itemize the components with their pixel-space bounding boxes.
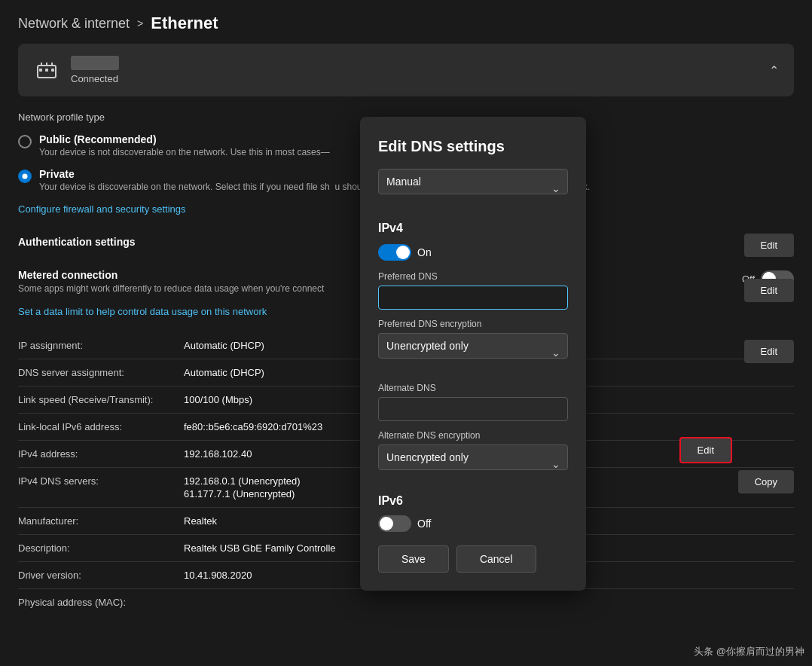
nav-parent[interactable]: Network & internet — [18, 16, 130, 32]
driver-label: Driver version: — [18, 570, 184, 581]
ipv4-toggle-thumb — [396, 246, 410, 259]
ipv4-label: IPv4 address: — [18, 448, 184, 460]
ip-edit-button[interactable]: Edit — [744, 279, 794, 302]
radio-private-circle[interactable] — [18, 170, 32, 183]
nav-current: Ethernet — [151, 14, 218, 33]
connection-card: Connected ⌃ — [18, 44, 794, 96]
ip-value: Automatic (DHCP) — [184, 340, 264, 351]
manufacturer-label: Manufacturer: — [18, 515, 184, 527]
connection-left: Connected — [33, 56, 119, 84]
alternate-dns-label: Alternate DNS — [378, 383, 568, 393]
dns-edit-button[interactable]: Edit — [744, 340, 794, 363]
copy-button-wrap: Copy — [738, 470, 794, 493]
dns-mode-select-wrap[interactable]: Manual Automatic ⌄ — [378, 169, 568, 208]
watermark: 头条 @你擦肩而过的男神 — [694, 645, 804, 658]
connection-status: Connected — [71, 73, 119, 84]
cancel-button[interactable]: Cancel — [456, 545, 536, 573]
manufacturer-value: Realtek — [184, 515, 217, 527]
nav-chevron: > — [137, 17, 143, 29]
page-header: Network & internet > Ethernet — [0, 0, 812, 44]
info-row-mac: Physical address (MAC): — [18, 589, 794, 616]
speed-value: 100/100 (Mbps) — [184, 394, 252, 405]
metered-title: Metered connection — [18, 269, 324, 281]
ipv6-toggle-label: Off — [417, 518, 431, 530]
action-buttons: Edit Edit — [744, 279, 794, 363]
radio-public-text: Public (Recommended) Your device is not … — [39, 133, 330, 157]
ipv4-toggle-label: On — [417, 246, 432, 258]
desc-value: Realtek USB GbE Family Controlle — [184, 542, 336, 554]
ip-label: IP assignment: — [18, 340, 184, 351]
collapse-button[interactable]: ⌃ — [769, 63, 779, 78]
ipv6-toggle[interactable] — [378, 515, 411, 532]
alt-dns-edit-highlighted[interactable]: Edit — [679, 437, 732, 463]
connection-info: Connected — [71, 56, 119, 84]
dns-value: Automatic (DHCP) — [184, 367, 264, 378]
connection-name — [71, 56, 119, 70]
ipv6-addr-value: fe80::b5e6:ca59:6920:d701%23 — [184, 421, 322, 432]
preferred-dns-label: Preferred DNS — [378, 271, 568, 282]
metered-section: Metered connection Some apps might work … — [18, 269, 324, 294]
ipv6-addr-label: Link-local IPv6 address: — [18, 421, 184, 432]
dns-servers-value: 192.168.0.1 (Unencrypted) 61.177.7.1 (Un… — [184, 475, 301, 500]
ethernet-icon — [33, 57, 60, 84]
speed-label: Link speed (Receive/Transmit): — [18, 394, 184, 405]
firewall-link[interactable]: Configure firewall and security settings — [18, 203, 186, 215]
ipv4-toggle[interactable] — [378, 244, 411, 261]
svg-rect-5 — [45, 69, 48, 72]
dialog-title: Edit DNS settings — [378, 138, 568, 155]
data-limit-link[interactable]: Set a data limit to help control data us… — [18, 306, 267, 317]
dns-mode-select[interactable]: Manual Automatic — [378, 169, 568, 194]
preferred-dns-enc-label: Preferred DNS encryption — [378, 319, 568, 329]
ipv6-section: IPv6 Off — [378, 494, 568, 532]
radio-public-circle[interactable] — [18, 135, 32, 148]
ipv4-value: 192.168.102.40 — [184, 448, 252, 460]
ipv6-label: IPv6 — [378, 494, 568, 508]
mac-label: Physical address (MAC): — [18, 597, 184, 608]
alt-dns-enc-label: Alternate DNS encryption — [378, 430, 568, 441]
metered-desc: Some apps might work differently to redu… — [18, 283, 324, 294]
dns-label: DNS server assignment: — [18, 367, 184, 378]
save-button[interactable]: Save — [378, 545, 449, 573]
auth-edit-button[interactable]: Edit — [744, 234, 794, 257]
alt-dns-enc-select[interactable]: Unencrypted only Encrypted only (DNS ove… — [378, 445, 568, 470]
mac-copy-button[interactable]: Copy — [738, 470, 794, 493]
svg-rect-4 — [39, 69, 42, 72]
driver-value: 10.41.908.2020 — [184, 570, 252, 581]
radio-public-label: Public (Recommended) — [39, 133, 330, 145]
auth-title: Authentication settings — [18, 236, 136, 248]
dialog-actions: Save Cancel — [378, 545, 568, 573]
alt-dns-enc-wrap[interactable]: Unencrypted only Encrypted only (DNS ove… — [378, 445, 568, 484]
preferred-dns-enc-select[interactable]: Unencrypted only Encrypted only (DNS ove… — [378, 333, 568, 359]
svg-rect-6 — [51, 69, 54, 72]
radio-public-desc: Your device is not discoverable on the n… — [39, 147, 330, 157]
alternate-dns-input[interactable] — [378, 397, 568, 421]
preferred-dns-input[interactable] — [378, 286, 568, 310]
ipv6-toggle-thumb — [380, 517, 393, 530]
edit-dns-dialog: Edit DNS settings Manual Automatic ⌄ IPv… — [360, 117, 586, 591]
desc-label: Description: — [18, 542, 184, 554]
ipv4-section-label: IPv4 — [378, 221, 568, 235]
ipv4-toggle-wrap: On — [378, 244, 568, 261]
ipv6-toggle-wrap: Off — [378, 515, 568, 532]
preferred-dns-enc-wrap[interactable]: Unencrypted only Encrypted only (DNS ove… — [378, 333, 568, 372]
dns-servers-label: IPv4 DNS servers: — [18, 475, 184, 487]
